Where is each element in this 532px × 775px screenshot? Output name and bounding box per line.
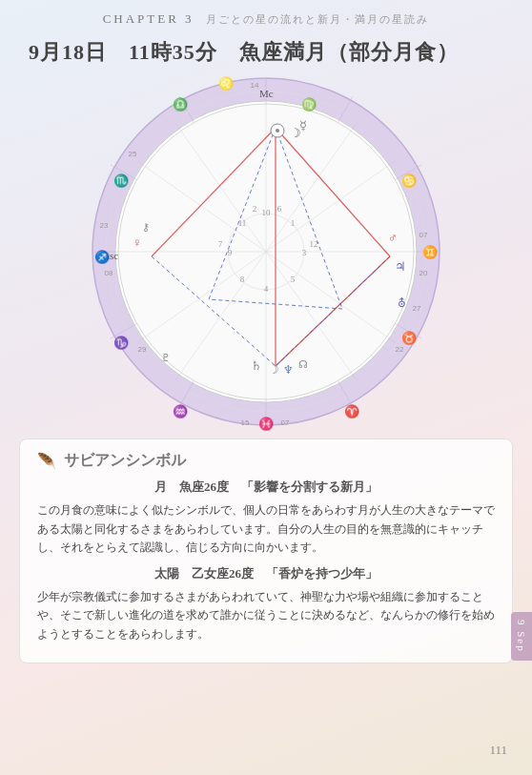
svg-text:7: 7 bbox=[218, 239, 223, 249]
moon-section: 月 魚座26度 「影響を分割する新月」 この月食の意味によく似たシンボルで、個人… bbox=[37, 479, 495, 558]
svg-text:1: 1 bbox=[291, 218, 296, 228]
feather-icon: 🪶 bbox=[37, 452, 56, 470]
svg-text:♃: ♃ bbox=[395, 259, 406, 274]
chart-svg: 10 4 9 3 11 1 8 5 7 12 2 6 bbox=[85, 71, 447, 433]
moon-body: この月食の意味によく似たシンボルで、個人の日常をあらわす月が人生の大きなテーマで… bbox=[37, 501, 495, 558]
date-title: 9月18日 11時35分 魚座満月（部分月食） bbox=[0, 27, 532, 71]
svg-text:15: 15 bbox=[241, 418, 250, 427]
svg-text:27: 27 bbox=[413, 304, 421, 313]
svg-text:8: 8 bbox=[240, 275, 245, 284]
mc-label: Mc bbox=[259, 88, 274, 99]
svg-text:♌: ♌ bbox=[218, 75, 235, 92]
sep-tab: 9 Sep bbox=[511, 612, 532, 661]
svg-text:3: 3 bbox=[302, 248, 307, 257]
svg-text:♐: ♐ bbox=[94, 249, 111, 265]
svg-text:20: 20 bbox=[419, 269, 428, 277]
svg-text:07: 07 bbox=[419, 231, 428, 239]
svg-text:♓: ♓ bbox=[258, 416, 275, 432]
moon-subtitle: 月 魚座26度 「影響を分割する新月」 bbox=[37, 479, 495, 496]
sun-section: 太陽 乙女座26度 「香炉を持つ少年」 少年が宗教儀式に参加するさまがあらわれて… bbox=[37, 565, 495, 644]
svg-text:07: 07 bbox=[281, 418, 290, 427]
svg-text:5: 5 bbox=[291, 275, 296, 284]
svg-point-39 bbox=[276, 129, 279, 133]
svg-text:⛢: ⛢ bbox=[398, 296, 406, 310]
svg-text:♉: ♉ bbox=[401, 330, 418, 346]
sun-body: 少年が宗教儀式に参加するさまがあらわれていて、神聖な力や場や組織に参加することや… bbox=[37, 588, 495, 644]
svg-text:4: 4 bbox=[264, 284, 269, 294]
sabian-box: 🪶 サビアンシンボル 月 魚座26度 「影響を分割する新月」 この月食の意味によ… bbox=[19, 438, 513, 663]
svg-text:♈: ♈ bbox=[344, 403, 360, 419]
svg-text:22: 22 bbox=[396, 345, 404, 354]
svg-text:☊: ☊ bbox=[298, 358, 308, 370]
svg-text:♒: ♒ bbox=[173, 403, 189, 419]
box-title: サビアンシンボル bbox=[64, 451, 186, 471]
chapter-title: 月ごとの星の流れと新月・満月の星読み bbox=[206, 13, 429, 25]
svg-text:♆: ♆ bbox=[283, 363, 294, 377]
svg-text:⚷: ⚷ bbox=[142, 221, 150, 233]
page-header: CHAPTER 3 月ごとの星の流れと新月・満月の星読み bbox=[0, 0, 532, 27]
box-header: 🪶 サビアンシンボル bbox=[37, 451, 495, 471]
svg-text:10: 10 bbox=[262, 208, 272, 217]
svg-text:♄: ♄ bbox=[251, 358, 262, 373]
svg-text:♂: ♂ bbox=[388, 231, 398, 245]
svg-text:11: 11 bbox=[238, 218, 247, 228]
svg-text:25: 25 bbox=[129, 150, 137, 158]
page-number: 111 bbox=[489, 743, 507, 758]
svg-text:29: 29 bbox=[138, 345, 147, 354]
svg-text:♍: ♍ bbox=[301, 96, 317, 112]
astro-chart: 10 4 9 3 11 1 8 5 7 12 2 6 bbox=[85, 71, 447, 433]
svg-text:♋: ♋ bbox=[401, 173, 418, 189]
svg-text:♎: ♎ bbox=[173, 96, 189, 112]
svg-text:♇: ♇ bbox=[161, 352, 171, 363]
svg-text:☽: ☽ bbox=[268, 362, 279, 377]
svg-text:♀: ♀ bbox=[133, 235, 142, 250]
sun-subtitle: 太陽 乙女座26度 「香炉を持つ少年」 bbox=[37, 565, 495, 582]
svg-text:2: 2 bbox=[253, 204, 257, 214]
svg-text:14: 14 bbox=[251, 81, 259, 90]
svg-text:♊: ♊ bbox=[422, 244, 439, 260]
svg-text:23: 23 bbox=[100, 221, 109, 230]
svg-text:6: 6 bbox=[277, 204, 282, 214]
svg-text:08: 08 bbox=[105, 269, 113, 277]
svg-text:♑: ♑ bbox=[113, 335, 130, 351]
svg-text:♏: ♏ bbox=[113, 173, 130, 189]
svg-text:☿: ☿ bbox=[299, 118, 307, 133]
chapter-number: CHAPTER 3 bbox=[103, 11, 194, 26]
